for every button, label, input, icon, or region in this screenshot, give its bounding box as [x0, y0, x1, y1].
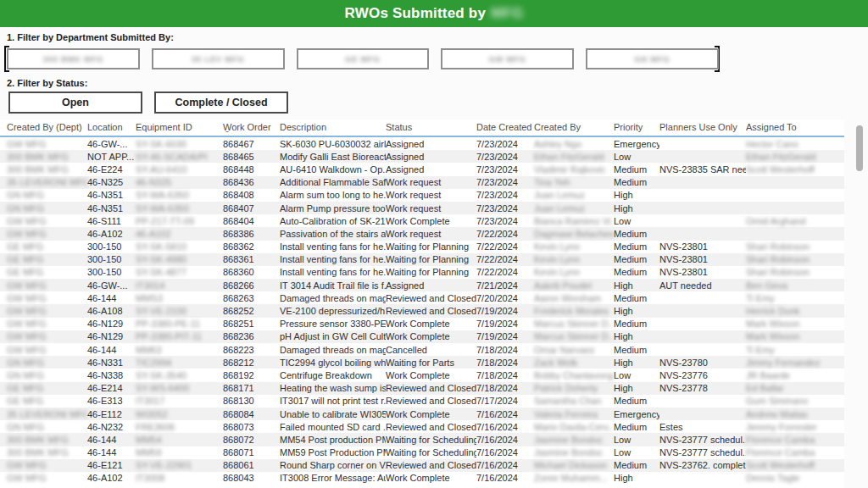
cell-description: SK-6030 PU-6030032 airli...: [280, 139, 386, 149]
complete-closed-filter-button[interactable]: Complete / Closed: [154, 92, 288, 114]
cell-priority: Medium: [614, 177, 659, 187]
table-row[interactable]: GN MFG46-N232FRE3606868073Failed mounted…: [0, 420, 844, 433]
table-row[interactable]: GW MFG46-144MMS3868263Damaged threads on…: [0, 291, 844, 304]
page-title-text: RWOs Submitted by: [345, 5, 487, 21]
cell-date: 7/16/2024: [476, 447, 534, 458]
cell-description: Install venting fans for he...: [280, 254, 386, 264]
column-header-assigned[interactable]: Assigned To: [746, 119, 839, 132]
cell-priority: Emergency: [614, 409, 659, 419]
cell-equipment: SY-VE-2100: [136, 306, 223, 316]
column-header-equipment[interactable]: Equipment ID: [136, 119, 223, 132]
cell-description: Failed mounted SD card ...: [280, 422, 386, 432]
cell-assigned: Mark Wixson: [746, 331, 839, 341]
department-filter-button-label: GE MFG: [345, 55, 381, 64]
table-row[interactable]: 300 BMK MFGNOT APP...SY-46-SCADA/PI86846…: [0, 150, 844, 163]
cell-created_by: Tina Yeh: [534, 177, 614, 187]
cell-priority: Medium: [614, 293, 659, 303]
cell-location: 46-N351: [87, 190, 136, 200]
cell-date: 7/21/2024: [476, 280, 534, 291]
table-row[interactable]: GW MFG46-E121SY-VE-22901868061Round Shar…: [0, 459, 844, 472]
column-header-location[interactable]: Location: [87, 119, 136, 132]
table-row[interactable]: GE MFG300-150SY-SK-5810868362Install ven…: [0, 241, 844, 253]
column-header-dept[interactable]: Created By (Dept): [7, 119, 87, 132]
vertical-scrollbar-thumb[interactable]: [856, 125, 863, 171]
cell-location: 46-N129: [87, 319, 136, 329]
open-filter-button[interactable]: Open: [8, 92, 142, 114]
cell-planners: NVS-23835 SAR nee...: [659, 164, 746, 175]
cell-assigned: Scott Westerhoff: [746, 460, 839, 470]
department-filter-button[interactable]: GE MFG: [297, 48, 430, 69]
cell-assigned: Ben Geva: [746, 280, 839, 291]
cell-created_by: Jasmine Bondoc: [534, 447, 614, 458]
cell-equipment: SY-SK-4980: [136, 254, 223, 264]
cell-description: Damaged threads on mag...: [280, 293, 386, 303]
cell-description: IT 3014 Audit Trail file is f...: [280, 280, 386, 291]
column-header-status[interactable]: Status: [386, 119, 476, 132]
cell-location: NOT APP...: [87, 152, 136, 162]
report-header: RWOs Submitted byMFG: [0, 0, 868, 27]
cell-priority: Medium: [614, 241, 659, 252]
column-header-priority[interactable]: Priority: [614, 119, 659, 132]
cell-created_by: Valeria Ferreira: [534, 409, 614, 419]
cell-status: Reviewed and Closed: [386, 460, 476, 470]
table-row[interactable]: GW MFG46-N129PP-3380-PE-11868251Pressure…: [0, 318, 844, 330]
department-filter-button[interactable]: GN MFG: [586, 48, 719, 69]
table-row[interactable]: GN MFG46-N331TIC2994868212TIC2994 glycol…: [0, 356, 844, 369]
table-row[interactable]: GE MFG46-E313IT3017868130IT3017 will not…: [0, 395, 844, 408]
table-row[interactable]: GN MFG46-N351SY-WA-6350868408Alarm sum t…: [0, 189, 844, 202]
cell-work_order: 868212: [223, 358, 280, 368]
column-header-planners[interactable]: Planners Use Only: [659, 119, 746, 132]
column-header-date[interactable]: Date Created: [476, 119, 534, 132]
cell-created_by: Patrick Doherty: [534, 383, 614, 393]
cell-created_by: Aakriti Poudel: [534, 280, 614, 291]
cell-status: Work Complete: [386, 409, 476, 419]
cell-created_by: Vladimir Rajkovic: [534, 164, 614, 175]
table-row[interactable]: 35 LEVERONI MFG46-E112WI3052868084Unable…: [0, 408, 844, 420]
cell-priority: Medium: [614, 254, 659, 264]
cell-created_by: Kevin Lynn: [534, 254, 614, 264]
table-row[interactable]: 35 LEVERONI MFG46-N32546-N325868436Addit…: [0, 176, 844, 189]
cell-description: MM59 Post Production PM: [280, 447, 386, 458]
cell-dept: GE MFG: [7, 383, 87, 393]
cell-location: 46-E112: [87, 409, 136, 419]
table-row[interactable]: GW MFG46-A108SY-VE-2100868252VE-2100 dep…: [0, 304, 844, 317]
table-row[interactable]: GW MFG46-S111PP-217-TT-09868404Auto-Cali…: [0, 214, 844, 227]
cell-date: 7/19/2024: [476, 331, 534, 341]
cell-date: 7/19/2024: [476, 306, 534, 316]
table-row[interactable]: GE MFG46-E214SY-WS-6400868171Heating the…: [0, 382, 844, 395]
department-filter-button[interactable]: 35 LEV MFG: [152, 48, 285, 69]
table-row[interactable]: GW MFG46-GW-...IT3014868266IT 3014 Audit…: [0, 279, 844, 291]
cell-dept: GW MFG: [7, 280, 87, 291]
table-row[interactable]: 300 BMK MFG46-144MM54868072MM54 Post pro…: [0, 433, 844, 446]
cell-assigned: Shari Robinson: [746, 241, 839, 252]
cell-description: Auto-Calibration of SK-21...: [280, 216, 386, 226]
table-row[interactable]: GE MFG300-150SY-SK-4877868360Install ven…: [0, 266, 844, 279]
table-row[interactable]: GW MFG46-A102IT3008868043IT3008 Error Me…: [0, 472, 844, 485]
table-row[interactable]: 300 BMK MFG46-E224SY-AU-6410868448AU-641…: [0, 163, 844, 175]
cell-description: Passivation of the stairs a...: [280, 229, 386, 239]
table-row[interactable]: GN MFG46-N338SY-SK-3540868192Centrifuge …: [0, 369, 844, 381]
table-row[interactable]: GW MFG46-A10246-A102868386Passivation of…: [0, 227, 844, 240]
cell-status: Work request: [386, 229, 476, 239]
cell-description: Damaged threads on mag...: [280, 345, 386, 355]
column-header-description[interactable]: Description: [280, 119, 386, 132]
table-row[interactable]: GW MFG46-144MM63868223Damaged threads on…: [0, 343, 844, 356]
department-filter-button[interactable]: 300 BMK MFG: [7, 48, 140, 69]
table-row[interactable]: GW MFG46-N129PP-3380-PIT-11868236pH Adju…: [0, 330, 844, 343]
table-row[interactable]: 300 BMK MFG46-144MM59868071MM59 Post Pro…: [0, 446, 844, 459]
cell-description: IT3017 will not print test r...: [280, 396, 386, 406]
cell-location: 46-E121: [87, 460, 136, 470]
cell-work_order: 868061: [223, 460, 280, 470]
cell-equipment: SY-WS-6400: [136, 383, 223, 393]
cell-date: 7/16/2024: [476, 435, 534, 445]
column-header-work_order[interactable]: Work Order▼: [223, 119, 280, 132]
cell-status: Waiting for Planning: [386, 241, 476, 252]
table-row[interactable]: GW MFG46-GW-...SY-SK-6030868467SK-6030 P…: [0, 137, 844, 150]
table-row[interactable]: GE MFG300-150SY-SK-4980868361Install ven…: [0, 253, 844, 266]
column-header-created_by[interactable]: Created By: [534, 119, 614, 132]
cell-dept: GE MFG: [7, 396, 87, 406]
table-row[interactable]: GN MFG46-N351SY-WA-6350868407Alarm Pump …: [0, 202, 844, 214]
cell-created_by: Dagmawi Belachew: [534, 229, 614, 239]
department-filter-button[interactable]: GW MFG: [441, 48, 574, 69]
cell-status: Work request: [386, 190, 476, 200]
